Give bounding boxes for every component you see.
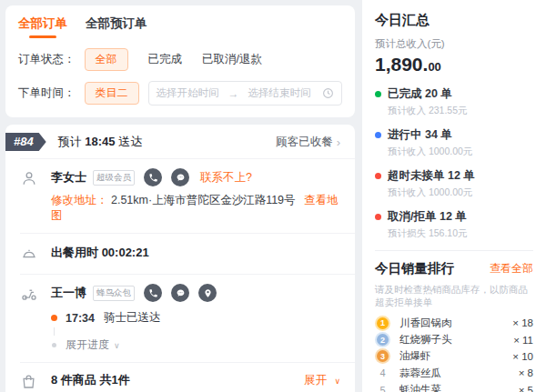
order-header: #84 预计 18:45 送达 顾客已收餐 › xyxy=(5,125,355,158)
prep-time-section: 出餐用时 00:02:21 xyxy=(5,234,355,274)
ranking-notice: 请及时检查热销商品库存，以防商品超卖拒单接单 xyxy=(375,283,533,308)
dish-count: × 18 xyxy=(512,317,533,328)
order-time-label: 下单时间： xyxy=(18,85,76,101)
rank-item: 5 蚝油生菜 × 5 xyxy=(375,382,533,392)
chat-icon[interactable] xyxy=(171,168,189,186)
stat-sub: 预计收入 231.55元 xyxy=(388,105,533,117)
stat-in-progress: 进行中 34 单 预计收入 1000.00元 xyxy=(375,127,533,158)
order-number-badge: #84 xyxy=(5,133,46,151)
clock-icon xyxy=(322,87,334,99)
prep-time-value: 00:02:21 xyxy=(102,246,149,259)
sales-ranking-list: 1 川香回锅肉 × 18 2 红烧狮子头 × 11 3 油爆虾 × 10 4 蒜… xyxy=(375,315,533,392)
stat-label: 超时未接单 12 单 xyxy=(388,168,475,184)
cannot-contact-link[interactable]: 联系不上? xyxy=(200,170,252,186)
start-time-placeholder[interactable]: 选择开始时间 xyxy=(157,86,219,100)
expand-progress-link[interactable]: 展开进度 ∨ xyxy=(51,337,340,353)
member-badge: 超级会员 xyxy=(93,170,135,186)
gold-medal-icon: 1 xyxy=(377,317,389,329)
dish-count: × 11 xyxy=(513,335,533,346)
event-text: 骑士已送达 xyxy=(104,310,161,326)
event-time: 17:34 xyxy=(66,312,95,325)
rider-icon xyxy=(20,284,40,353)
prep-time-label: 出餐用时 xyxy=(51,246,98,259)
divider xyxy=(375,250,533,251)
tab-all-preorders[interactable]: 全部预订单 xyxy=(86,15,147,38)
end-time-placeholder[interactable]: 选择结束时间 xyxy=(248,86,311,100)
stat-overtime: 超时未接单 12 单 预计收入 1000.00元 xyxy=(375,168,533,199)
order-card: #84 预计 18:45 送达 顾客已收餐 › xyxy=(5,125,355,392)
red-dot-icon xyxy=(375,214,381,220)
income-value: 1,890.00 xyxy=(375,54,533,75)
summary-title: 今日汇总 xyxy=(375,12,533,29)
tab-all-orders[interactable]: 全部订单 xyxy=(18,15,67,38)
status-option-completed[interactable]: 已完成 xyxy=(148,52,183,67)
dish-count: × 5 xyxy=(519,385,533,392)
date-range-picker[interactable]: 选择开始时间 → 选择结束时间 xyxy=(148,81,343,106)
delivery-eta: 预计 18:45 送达 xyxy=(58,134,143,150)
customer-icon xyxy=(20,168,40,224)
rank-item: 4 蒜蓉丝瓜 × 8 xyxy=(375,365,533,381)
goods-section: 8 件商品 共1件 展开 ∨ 修改备注： 放前台，放门卫，不要敲门/2份餐具 原… xyxy=(5,363,355,392)
customer-address: 2.51km·上海市普陀区金沙江路119号 xyxy=(111,194,296,206)
dish-name: 油爆虾 xyxy=(399,349,431,363)
phone-icon[interactable] xyxy=(144,284,162,302)
view-all-link[interactable]: 查看全部 xyxy=(490,261,533,276)
stat-cancelled: 取消/拒单 12 单 预计损失 156.10元 xyxy=(375,209,533,240)
app: 全部订单 全部预订单 订单状态： 全部 已完成 已取消/退款 下单时间： 类目二… xyxy=(0,0,546,392)
rank-number: 5 xyxy=(379,385,385,392)
stat-sub: 预计损失 156.10元 xyxy=(388,227,533,240)
rank-item: 3 油爆虾 × 10 xyxy=(375,348,533,365)
expand-goods-link[interactable]: 展开 ∨ xyxy=(304,373,340,388)
dish-name: 蒜蓉丝瓜 xyxy=(399,367,441,380)
time-category-button[interactable]: 类目二 xyxy=(85,82,139,105)
income-int: 1,890. xyxy=(375,54,428,75)
today-summary-panel: 今日汇总 预计总收入(元) 1,890.00 已完成 20 单 预计收入 231… xyxy=(362,0,546,392)
income-label: 预计总收入(元) xyxy=(375,37,533,51)
bronze-medal-icon: 3 xyxy=(377,350,389,362)
rider-section: 王一博 蜂鸟众包 xyxy=(5,275,355,362)
timeline-line xyxy=(54,327,55,336)
delivery-timeline: 17:34 骑士已送达 展开进度 ∨ xyxy=(51,310,340,353)
customer-section: 李女士 超级会员 联系不上? 修改地址： 2.51km·上海市普陀区金沙江路11… xyxy=(5,159,355,233)
customer-name: 李女士 xyxy=(51,169,86,186)
chevron-down-icon: ∨ xyxy=(114,341,120,350)
green-dot-icon xyxy=(375,91,381,97)
dish-count: × 8 xyxy=(519,367,533,378)
status-option-cancelled[interactable]: 已取消/退款 xyxy=(202,52,262,67)
dish-name: 蚝油生菜 xyxy=(399,383,441,392)
order-time-filter-row: 下单时间： 类目二 选择开始时间 → 选择结束时间 xyxy=(18,81,342,106)
stat-sub: 预计收入 1000.00元 xyxy=(388,186,533,199)
orders-column: 全部订单 全部预订单 订单状态： 全部 已完成 已取消/退款 下单时间： 类目二… xyxy=(0,0,357,392)
order-status-link[interactable]: 顾客已收餐 › xyxy=(276,135,340,150)
silver-medal-icon: 2 xyxy=(377,334,389,346)
income-dec: 00 xyxy=(428,60,440,74)
filter-card: 全部订单 全部预订单 订单状态： 全部 已完成 已取消/退款 下单时间： 类目二… xyxy=(5,5,355,117)
range-arrow-icon: → xyxy=(228,87,239,100)
rank-number: 4 xyxy=(379,367,385,378)
dish-name: 红烧狮子头 xyxy=(399,333,452,347)
location-icon[interactable] xyxy=(198,284,217,302)
eta-prefix: 预计 xyxy=(58,135,82,148)
timeline-dot-icon xyxy=(51,315,57,321)
timeline-minidot-icon xyxy=(52,343,56,347)
stat-label: 进行中 34 单 xyxy=(388,127,452,143)
summary-stats: 已完成 20 单 预计收入 231.55元 进行中 34 单 预计收入 1000… xyxy=(375,86,533,240)
chevron-right-icon: › xyxy=(337,136,340,149)
rider-badge: 蜂鸟众包 xyxy=(93,286,135,301)
ranking-title: 今日销量排行 xyxy=(375,260,454,277)
dish-name: 川香回锅肉 xyxy=(399,317,452,330)
dish-count: × 10 xyxy=(512,351,533,362)
order-status-label: 订单状态： xyxy=(18,52,76,67)
stat-label: 已完成 20 单 xyxy=(388,86,452,102)
status-option-all[interactable]: 全部 xyxy=(85,48,128,71)
eta-time: 18:45 xyxy=(85,135,115,148)
blue-dot-icon xyxy=(375,132,381,138)
order-tabs: 全部订单 全部预订单 xyxy=(18,15,342,38)
expand-progress-label: 展开进度 xyxy=(66,337,109,353)
rank-item: 1 川香回锅肉 × 18 xyxy=(375,315,533,331)
stat-sub: 预计收入 1000.00元 xyxy=(388,146,533,158)
eta-suffix: 送达 xyxy=(118,135,142,148)
chat-icon[interactable] xyxy=(171,284,189,302)
rider-name: 王一博 xyxy=(51,285,86,301)
phone-icon[interactable] xyxy=(144,168,162,186)
